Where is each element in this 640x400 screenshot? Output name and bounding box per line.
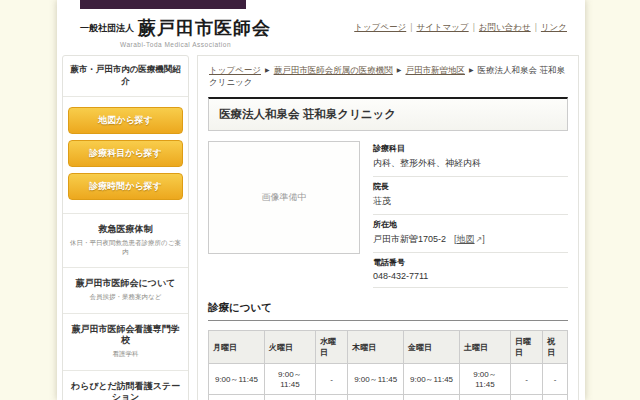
breadcrumb-separator-icon: ▶ bbox=[397, 67, 402, 73]
schedule-cell: - bbox=[510, 364, 542, 395]
schedule-cell: - bbox=[315, 395, 347, 400]
sidebar-item-label[interactable]: 蕨戸田市医師会看護専門学校 bbox=[68, 324, 183, 347]
schedule-row: 15:00～17:00--15:00～17:0015:00～17:00--- bbox=[209, 395, 568, 400]
breadcrumb-separator-icon: ▶ bbox=[265, 67, 270, 73]
breadcrumb-link[interactable]: 蕨戸田市医師会所属の医療機関 bbox=[274, 65, 393, 75]
sidebar-item[interactable]: 蕨戸田市医師会看護専門学校看護学科 bbox=[63, 314, 188, 371]
clinic-field: 診療科目内科、整形外科、神経内科 bbox=[373, 139, 568, 177]
breadcrumb: トップページ▶蕨戸田市医師会所属の医療機関▶戸田市新曽地区▶医療法人和泉会 荘和… bbox=[208, 63, 568, 97]
clinic-field: 所在地戸田市新曽1705-2[地図↗] bbox=[373, 215, 568, 253]
breadcrumb-link[interactable]: 戸田市新曽地区 bbox=[405, 65, 465, 75]
sidebar-search-button[interactable]: 診療時間から探す bbox=[68, 173, 183, 200]
sidebar-link-list: 救急医療体制休日・平日夜間救急患者診療所のご案内蕨戸田市医師会について会員挨拶・… bbox=[63, 214, 188, 400]
clinic-field-label: 電話番号 bbox=[373, 257, 568, 268]
breadcrumb-link[interactable]: トップページ bbox=[209, 65, 261, 75]
sidebar-item[interactable]: 救急医療体制休日・平日夜間救急患者診療所のご案内 bbox=[63, 214, 188, 268]
clinic-field-value: 戸田市新曽1705-2[地図↗] bbox=[373, 233, 568, 246]
clinic-field-label: 院長 bbox=[373, 181, 568, 192]
org-name: 蕨戸田市医師会 bbox=[138, 18, 271, 38]
schedule-cell: 9:00～11:45 bbox=[209, 364, 265, 395]
schedule-cell: 9:00～11:45 bbox=[459, 364, 510, 395]
image-placeholder-text: 画像準備中 bbox=[262, 191, 307, 204]
sidebar-search-button[interactable]: 地図から探す bbox=[68, 107, 183, 134]
map-link[interactable]: 地図 bbox=[457, 234, 475, 244]
nav-separator: | bbox=[410, 22, 412, 32]
sidebar-item-subtitle: 会員挨拶・業務案内など bbox=[68, 293, 183, 301]
schedule-cell: 9:00～11:45 bbox=[348, 364, 404, 395]
sidebar-item-label[interactable]: わらびとだ訪問看護ステーション bbox=[68, 381, 183, 400]
clinic-field-value: 内科、整形外科、神経内科 bbox=[373, 157, 568, 170]
sidebar-item[interactable]: わらびとだ訪問看護ステーション埼玉県訪問看護ステーション連絡協議会所属 bbox=[63, 371, 188, 400]
org-name-english: Warabi-Toda Medical Association bbox=[80, 41, 271, 48]
body-row: 蕨市・戸田市内の医療機関紹介 地図から探す診療科目から探す診療時間から探す 救急… bbox=[57, 55, 585, 400]
schedule-cell: - bbox=[543, 395, 568, 400]
schedule-header-row: 月曜日火曜日水曜日木曜日金曜日土曜日日曜日祝日 bbox=[209, 331, 568, 364]
nav-link[interactable]: トップページ bbox=[354, 22, 406, 32]
schedule-table-body: 9:00～11:459:00～11:45-9:00～11:459:00～11:4… bbox=[209, 364, 568, 400]
org-type-label: 一般社団法人 bbox=[80, 23, 134, 33]
schedule-column-header: 月曜日 bbox=[209, 331, 265, 364]
clinic-field-value: 荘茂 bbox=[373, 195, 568, 208]
schedule-column-header: 日曜日 bbox=[510, 331, 542, 364]
schedule-cell: - bbox=[459, 395, 510, 400]
header-accent-bar bbox=[80, 0, 246, 9]
schedule-cell: 15:00～17:00 bbox=[348, 395, 404, 400]
page-title: 医療法人和泉会 荘和泉クリニック bbox=[208, 97, 568, 131]
schedule-cell: - bbox=[315, 364, 347, 395]
sidebar-heading: 蕨市・戸田市内の医療機関紹介 bbox=[63, 56, 188, 97]
clinic-image-placeholder: 画像準備中 bbox=[208, 141, 360, 254]
sidebar-item-label[interactable]: 救急医療体制 bbox=[68, 224, 183, 235]
schedule-column-header: 木曜日 bbox=[348, 331, 404, 364]
schedule-column-header: 土曜日 bbox=[459, 331, 510, 364]
clinic-info-row: 画像準備中 診療科目内科、整形外科、神経内科院長荘茂所在地戸田市新曽1705-2… bbox=[208, 141, 568, 288]
schedule-column-header: 金曜日 bbox=[404, 331, 460, 364]
schedule-cell: 9:00～11:45 bbox=[264, 364, 315, 395]
schedule-cell: - bbox=[510, 395, 542, 400]
schedule-row: 9:00～11:459:00～11:45-9:00～11:459:00～11:4… bbox=[209, 364, 568, 395]
header-nav: トップページ|サイトマップ|お問い合わせ|リンク bbox=[354, 16, 567, 49]
sidebar: 蕨市・戸田市内の医療機関紹介 地図から探す診療科目から探す診療時間から探す 救急… bbox=[62, 55, 189, 400]
main-content: トップページ▶蕨戸田市医師会所属の医療機関▶戸田市新曽地区▶医療法人和泉会 荘和… bbox=[197, 55, 579, 400]
schedule-cell: 15:00～17:00 bbox=[209, 395, 265, 400]
sidebar-item-label[interactable]: 蕨戸田市医師会について bbox=[68, 278, 183, 289]
clinic-field-value: 048-432-7711 bbox=[373, 271, 568, 281]
clinic-field: 電話番号048-432-7711 bbox=[373, 253, 568, 288]
sidebar-item[interactable]: 蕨戸田市医師会について会員挨拶・業務案内など bbox=[63, 268, 188, 314]
clinic-fields: 診療科目内科、整形外科、神経内科院長荘茂所在地戸田市新曽1705-2[地図↗]電… bbox=[373, 139, 568, 288]
external-link-icon: ↗ bbox=[476, 235, 483, 244]
schedule-table: 月曜日火曜日水曜日木曜日金曜日土曜日日曜日祝日 9:00～11:459:00～1… bbox=[208, 330, 568, 400]
sidebar-item-subtitle: 看護学科 bbox=[68, 350, 183, 358]
schedule-column-header: 水曜日 bbox=[315, 331, 347, 364]
sidebar-search-button[interactable]: 診療科目から探す bbox=[68, 140, 183, 167]
nav-separator: | bbox=[473, 22, 475, 32]
map-link-wrap: [地図↗] bbox=[454, 234, 485, 244]
sidebar-search-buttons: 地図から探す診療科目から探す診療時間から探す bbox=[63, 97, 188, 214]
schedule-section-heading: 診療について bbox=[208, 301, 568, 321]
nav-separator: | bbox=[535, 22, 537, 32]
schedule-column-header: 祝日 bbox=[543, 331, 568, 364]
site-logo[interactable]: 一般社団法人蕨戸田市医師会 Warabi-Toda Medical Associ… bbox=[80, 16, 271, 49]
schedule-cell: 15:00～17:00 bbox=[404, 395, 460, 400]
schedule-column-header: 火曜日 bbox=[264, 331, 315, 364]
nav-link[interactable]: サイトマップ bbox=[416, 22, 468, 32]
page-container: 一般社団法人蕨戸田市医師会 Warabi-Toda Medical Associ… bbox=[57, 0, 585, 400]
clinic-field-label: 診療科目 bbox=[373, 143, 568, 154]
schedule-cell: - bbox=[264, 395, 315, 400]
clinic-field: 院長荘茂 bbox=[373, 177, 568, 215]
nav-link[interactable]: リンク bbox=[541, 22, 567, 32]
schedule-cell: 9:00～11:45 bbox=[404, 364, 460, 395]
clinic-field-label: 所在地 bbox=[373, 219, 568, 230]
breadcrumb-separator-icon: ▶ bbox=[469, 67, 474, 73]
nav-link[interactable]: お問い合わせ bbox=[479, 22, 531, 32]
schedule-cell: - bbox=[543, 364, 568, 395]
sidebar-item-subtitle: 休日・平日夜間救急患者診療所のご案内 bbox=[68, 239, 183, 256]
